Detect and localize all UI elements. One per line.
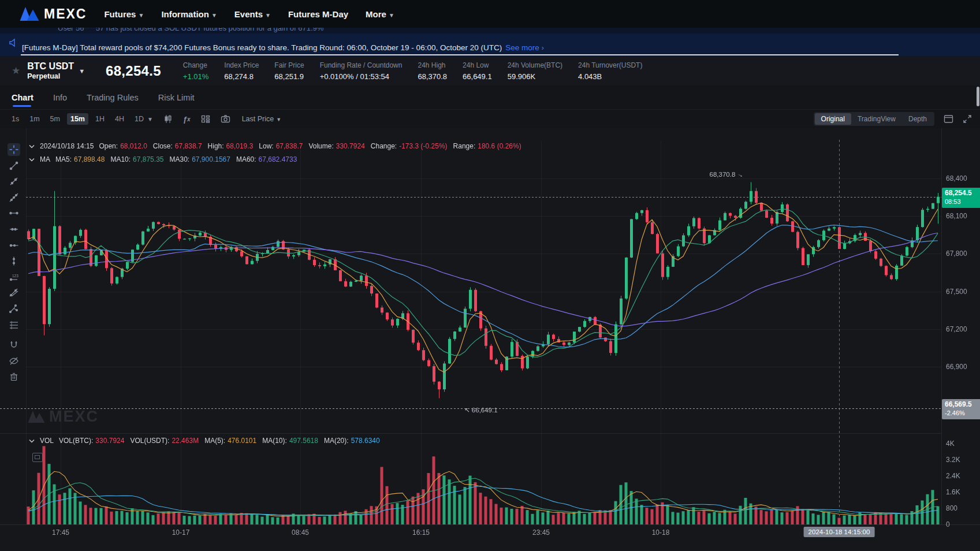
extended-line-tool-icon[interactable] [8,191,20,204]
ohlc-datetime: 2024/10/18 14:15 [40,142,94,150]
interval-4H[interactable]: 4H [111,113,128,125]
scrollbar-thumb[interactable] [977,87,979,106]
magnet-tool-icon[interactable] [8,338,20,351]
pane-maximize-icon[interactable] [32,453,43,462]
horizontal-ray-tool-icon[interactable] [8,239,20,252]
interval-more-caret-icon[interactable]: ▼ [147,116,153,122]
price-chart-canvas[interactable] [0,128,980,551]
interval-1s[interactable]: 1s [8,113,23,125]
legend-value: -173.3 (-0.25%) [399,142,447,150]
stat-label: 24h Turnover(USDT) [578,62,642,69]
collapse-chevron-icon[interactable] [29,158,35,162]
stat-label: Fair Price [274,62,304,69]
view-mode-original[interactable]: Original [815,113,851,125]
legend-label: Low: [259,142,273,150]
symbol-caret-icon[interactable]: ▼ [79,68,85,75]
nav-item-futures-m-day[interactable]: Futures M-Day [288,9,348,19]
ma-values: MA5:67,898.48MA10:67,875.35MA30:67,900.1… [55,155,297,163]
chart-toolbar: 1s1m5m15m1H4H1D ▼ ƒx Last Price▼ Origina… [0,110,980,129]
contract-type: Perpetual [27,72,74,80]
nav-item-futures[interactable]: Futures▼ [104,9,144,19]
legend-pair: MA30:67,900.1567 [169,155,230,163]
collapse-chevron-icon[interactable] [29,144,35,148]
view-mode-depth[interactable]: Depth [902,113,933,125]
interval-1H[interactable]: 1H [92,113,108,125]
chart-area[interactable]: 123 2024/10/18 14:15 Open:68,012.0Close:… [0,128,980,551]
favorite-star-icon[interactable]: ★ [12,65,20,77]
legend-label: Open: [99,142,118,150]
legend-pair: Open:68,012.0 [99,142,147,150]
symbol-selector[interactable]: BTC USDT Perpetual [27,61,74,80]
layout-grid-icon[interactable] [201,114,210,124]
ma-legend-title: MA [40,155,50,163]
legend-pair: Volume:330.7924 [308,142,364,150]
trend-line-tool-icon[interactable] [8,159,20,172]
see-more-link[interactable]: See more › [505,43,544,52]
legend-label: MA(5): [204,437,225,445]
time-tick: 17:45 [52,528,69,537]
nav-item-more[interactable]: More▼ [366,9,394,19]
speaker-icon [8,38,18,50]
view-mode-tradingview[interactable]: TradingView [851,113,902,125]
legend-value: 476.0101 [228,437,256,445]
legend-value: 180.6 (0.26%) [478,142,521,150]
fib-fan-tool-icon[interactable] [8,286,20,299]
tab-trading-rules[interactable]: Trading Rules [87,85,139,109]
legend-label: VOL(BTC): [59,437,93,445]
legend-value: 497.5618 [289,437,318,445]
horizontal-segment-tool-icon[interactable] [8,207,20,219]
stat-value: 4.043B [578,73,642,80]
screenshot-camera-icon[interactable] [221,114,230,124]
stat-value: 68,274.8 [224,73,259,80]
legend-label: Range: [453,142,476,150]
price-tick: 68,100 [946,212,967,220]
stat-value: +0.0100% / 01:53:54 [320,73,403,80]
time-tick: 23:45 [532,528,550,537]
price-source-select[interactable]: Last Price▼ [242,115,282,123]
nav-item-events[interactable]: Events▼ [234,9,271,19]
horizontal-parallel-tool-icon[interactable] [8,223,20,236]
volume-tick: 3.2K [946,456,960,464]
page-tabs: ChartInfoTrading RulesRisk Limit [0,85,980,110]
candle-type-icon[interactable] [163,114,173,124]
panel-layout-icon[interactable] [944,114,953,124]
fullscreen-icon[interactable] [963,114,972,124]
tab-info[interactable]: Info [53,85,67,109]
interval-1D[interactable]: 1D [131,113,147,125]
legend-label: MA(10): [262,437,287,445]
interval-1m[interactable]: 1m [26,113,43,125]
ray-line-tool-icon[interactable] [8,175,20,188]
delete-drawings-tool-icon[interactable] [8,370,20,383]
legend-value: 67,875.35 [133,155,163,163]
price-label-tool-icon[interactable]: 123 [8,271,20,284]
ohlc-legend: 2024/10/18 14:15 Open:68,012.0Close:67,8… [29,142,521,150]
tab-chart[interactable]: Chart [12,85,33,109]
stat-label: 24h High [418,62,447,69]
collapse-chevron-icon[interactable] [29,439,35,443]
interval-15m[interactable]: 15m [67,113,88,125]
pitchfork-tool-icon[interactable] [8,303,20,315]
chevron-down-icon: ▼ [389,12,394,18]
interval-5m[interactable]: 5m [47,113,64,125]
mexc-logo[interactable]: MEXC [20,6,87,22]
price-tick: 67,500 [946,288,967,296]
price-tick: 67,200 [946,325,967,333]
tab-risk-limit[interactable]: Risk Limit [158,85,195,109]
nav-item-information[interactable]: Information▼ [161,9,217,19]
interval-buttons: 1s1m5m15m1H4H1D [8,113,147,125]
stat-fair-price: Fair Price68,251.9 [274,62,304,80]
crosshair-tool-icon[interactable] [8,143,20,156]
stat-label: Change [183,62,208,69]
stat-funding-rate-countdown: Funding Rate / Countdown+0.0100% / 01:53… [320,62,403,80]
arrow-up-left-icon: ↖ [464,406,470,414]
svg-text:123: 123 [12,274,18,278]
hide-drawings-tool-icon[interactable] [8,355,20,367]
stat-24h-high: 24h High68,370.8 [418,62,447,80]
fib-retracement-tool-icon[interactable] [8,319,20,332]
legend-label: MA10: [110,155,131,163]
vertical-line-tool-icon[interactable] [8,255,20,267]
legend-pair: Close:67,838.7 [153,142,202,150]
last-price-badge: 68,254.5 08:53 [942,188,980,208]
indicators-fx-icon[interactable]: ƒx [183,115,191,124]
stat-value: 68,370.8 [418,73,447,80]
